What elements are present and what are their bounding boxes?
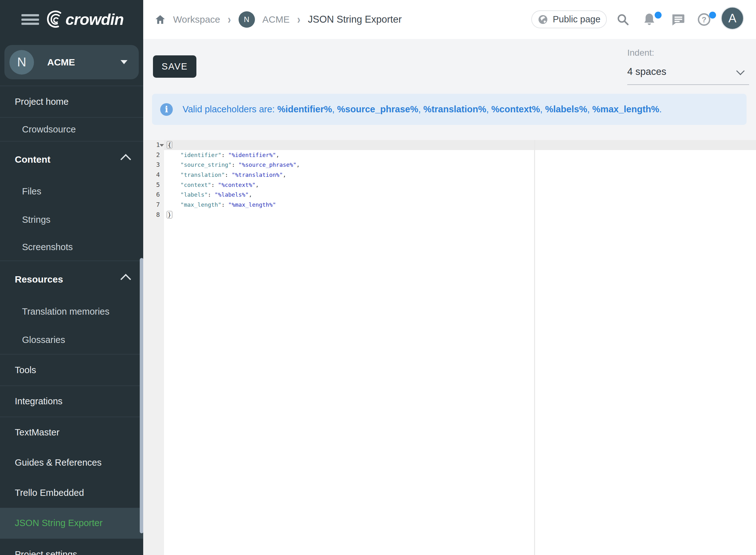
main-content: SAVE Indent: 4 spaces i Valid placeholde… [143, 39, 756, 555]
line-number[interactable]: 6 [143, 190, 164, 200]
menu-icon[interactable] [22, 14, 39, 25]
placeholder-token: %source_phrase% [337, 104, 418, 114]
code-token-key: "max_length" [180, 201, 221, 208]
code-token-ws [167, 201, 180, 208]
code-line: "translation": "%translation%", [167, 170, 300, 180]
code-token-ws [167, 171, 180, 178]
public-page-button[interactable]: Public page [531, 10, 607, 28]
line-number[interactable]: 7 [143, 200, 164, 210]
sidebar-item-project-settings[interactable]: Project settings [0, 539, 143, 555]
sidebar-item-label: TextMaster [15, 427, 59, 438]
sidebar-item-label: Project settings [15, 549, 77, 555]
fold-caret-icon[interactable] [160, 144, 164, 146]
sidebar-item-strings[interactable]: Strings [0, 206, 143, 234]
code-token-ws [167, 152, 180, 158]
sidebar-item-label: Project home [15, 97, 69, 107]
code-line: "labels": "%labels%", [167, 190, 300, 200]
info-banner: i Valid placeholders are: %identifier%, … [152, 94, 747, 125]
code-token-key: "identifier" [180, 152, 221, 158]
sidebar-item-crowdsource[interactable]: Crowdsource [0, 118, 143, 141]
globe-icon [538, 14, 548, 25]
code-token-str: "%translation%" [232, 171, 283, 178]
indent-control: Indent: 4 spaces [627, 48, 749, 85]
sidebar-item-label: Content [15, 154, 50, 165]
info-banner-text: Valid placeholders are: %identifier%, %s… [182, 104, 662, 115]
placeholder-token: %context% [491, 104, 540, 114]
line-number[interactable]: 8 [143, 210, 164, 220]
sidebar-item-textmaster[interactable]: TextMaster [0, 417, 143, 447]
code-line: "context": "%context%", [167, 180, 300, 190]
home-icon[interactable] [155, 14, 166, 25]
placeholder-token: %max_length% [592, 104, 659, 114]
code-token-ws [167, 161, 180, 168]
sidebar-item-label: JSON String Exporter [15, 518, 102, 528]
crowdin-logo[interactable]: crowdin [44, 9, 124, 30]
code-token-str: "%max_length%" [228, 201, 276, 208]
code-token-pun: , [296, 161, 300, 168]
code-token-str: "%source_phrase%" [239, 161, 296, 168]
placeholder-token: %translation% [423, 104, 486, 114]
line-number[interactable]: 5 [143, 180, 164, 190]
indent-label: Indent: [627, 48, 749, 58]
sidebar-item-json-string-exporter[interactable]: JSON String Exporter [0, 508, 143, 538]
sidebar-item-label: Screenshots [22, 242, 73, 252]
sidebar-item-content[interactable]: Content [0, 141, 143, 177]
org-switcher[interactable]: N ACME [4, 45, 139, 79]
save-button[interactable]: SAVE [153, 55, 197, 78]
code-token-key: "labels" [180, 191, 208, 198]
sidebar-item-tools[interactable]: Tools [0, 354, 143, 385]
code-token-key: "context" [180, 181, 211, 188]
chevron-right-icon: › [228, 12, 231, 27]
breadcrumb-workspace-link[interactable]: Workspace [173, 14, 220, 25]
code-token-str: "%labels%" [215, 191, 249, 198]
code-token-pun: , [283, 171, 286, 178]
sidebar-item-translation-memories[interactable]: Translation memories [0, 297, 143, 326]
crowdin-wordmark: crowdin [66, 10, 124, 29]
help-icon[interactable]: ? [697, 0, 711, 39]
top-bar-dark-section: crowdin [0, 0, 143, 39]
sidebar-item-glossaries[interactable]: Glossaries [0, 326, 143, 354]
avatar[interactable]: A [721, 7, 744, 30]
code-token-ws [167, 181, 180, 188]
code-token-key: "source_string" [180, 161, 232, 168]
chevron-up-icon [121, 154, 131, 165]
sidebar-item-files[interactable]: Files [0, 177, 143, 206]
info-icon: i [160, 103, 173, 116]
sidebar-item-integrations[interactable]: Integrations [0, 386, 143, 417]
search-icon[interactable] [616, 0, 629, 39]
indent-value: 4 spaces [627, 66, 666, 77]
line-number[interactable]: 2 [143, 150, 164, 160]
code-token-brace: } [167, 211, 172, 219]
line-number[interactable]: 3 [143, 160, 164, 170]
sidebar-menu: Project homeCrowdsourceContentFilesStrin… [0, 86, 143, 555]
caret-down-icon [121, 60, 127, 64]
help-badge-dot [709, 12, 716, 18]
sidebar-item-label: Crowdsource [22, 124, 76, 135]
code-token-key: "translation" [180, 171, 225, 178]
crowdin-mark-icon [44, 9, 64, 30]
breadcrumb-project-link[interactable]: ACME [262, 14, 290, 25]
messages-icon[interactable] [671, 0, 685, 39]
breadcrumb: Workspace › N ACME › JSON String Exporte… [155, 0, 402, 39]
sidebar-item-resources[interactable]: Resources [0, 261, 143, 297]
sidebar-item-screenshots[interactable]: Screenshots [0, 234, 143, 260]
sidebar-item-guides-references[interactable]: Guides & References [0, 447, 143, 478]
org-avatar: N [9, 50, 34, 75]
indent-select[interactable]: 4 spaces [627, 66, 749, 85]
placeholder-token: %identifier% [277, 104, 332, 114]
sidebar-item-label: Tools [15, 365, 36, 375]
org-name: ACME [47, 57, 121, 68]
sidebar-item-trello-embedded[interactable]: Trello Embedded [0, 478, 143, 508]
code-token-str: "%context%" [218, 181, 256, 188]
code-token-pun: : [211, 181, 218, 188]
sidebar-item-label: Resources [15, 274, 63, 285]
sidebar-item-label: Files [22, 186, 41, 197]
code-token-pun: , [256, 181, 259, 188]
placeholder-token: %labels% [545, 104, 587, 114]
code-editor[interactable]: 12345678 { "identifier": "%identifier%",… [143, 140, 756, 555]
sidebar-item-label: Guides & References [15, 458, 102, 468]
sidebar-item-project-home[interactable]: Project home [0, 86, 143, 117]
line-number[interactable]: 4 [143, 170, 164, 180]
sidebar-item-label: Translation memories [22, 306, 110, 317]
notifications-bell-icon[interactable] [643, 0, 656, 39]
